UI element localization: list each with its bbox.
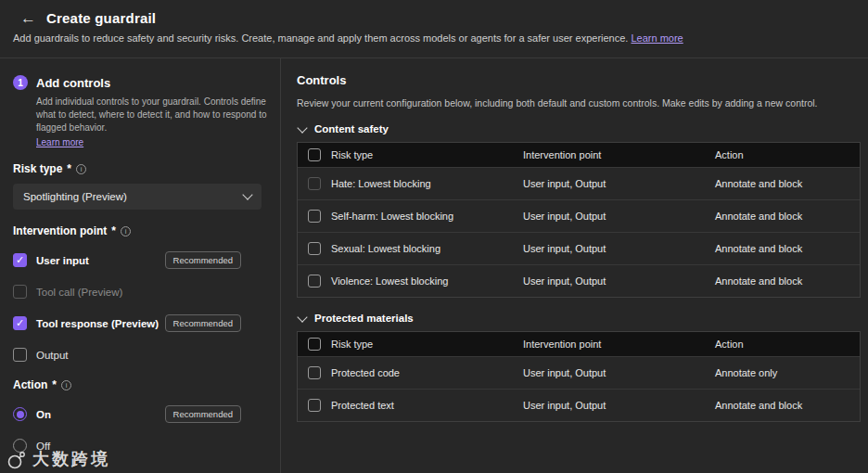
protected-materials-table: Risk type Intervention point Action Prot…	[297, 331, 861, 422]
learn-more-link[interactable]: Learn more	[631, 32, 683, 44]
cell-intervention-point: User input, Output	[523, 178, 715, 189]
action-label: Action * i	[13, 378, 262, 391]
cell-intervention-point: User input, Output	[523, 275, 715, 287]
cell-intervention-point: User input, Output	[523, 243, 715, 254]
cell-risk-type: Protected text	[331, 400, 523, 411]
column-header-risk-type: Risk type	[331, 149, 523, 160]
cell-action: Annotate and block	[715, 400, 860, 411]
section-header-protected-materials[interactable]: Protected materials	[299, 313, 861, 324]
row-checkbox[interactable]	[308, 275, 321, 288]
cell-risk-type: Sexual: Lowest blocking	[331, 243, 523, 254]
chevron-down-icon	[297, 122, 307, 133]
controls-title: Controls	[297, 73, 861, 87]
cell-action: Annotate and block	[715, 211, 860, 222]
action-option-on[interactable]: On Recommended	[13, 405, 241, 423]
table-header-row: Risk type Intervention point Action	[298, 332, 860, 356]
table-row[interactable]: Violence: Lowest blocking User input, Ou…	[298, 264, 860, 297]
action-option-off[interactable]: Off	[13, 437, 241, 454]
option-label: Off	[36, 441, 50, 452]
column-header-action: Action	[715, 339, 860, 350]
chevron-down-icon	[297, 312, 307, 322]
checkbox-tool-response[interactable]	[13, 316, 27, 330]
intervention-option-tool-call[interactable]: Tool call (Preview)	[13, 283, 241, 300]
row-checkbox[interactable]	[308, 366, 321, 379]
info-icon: i	[76, 164, 86, 174]
table-row[interactable]: Self-harm: Lowest blocking User input, O…	[298, 199, 860, 232]
risk-type-label: Risk type * i	[13, 162, 262, 175]
cell-action: Annotate and block	[715, 243, 860, 254]
select-all-checkbox[interactable]	[308, 338, 321, 351]
recommended-badge: Recommended	[165, 314, 241, 332]
intervention-point-label: Intervention point * i	[13, 224, 262, 237]
option-label: Tool response (Preview)	[36, 318, 159, 329]
option-label: Tool call (Preview)	[36, 287, 122, 298]
step-description: Add individual controls to your guardrai…	[36, 96, 274, 134]
checkbox-user-input[interactable]	[13, 253, 27, 267]
column-header-risk-type: Risk type	[331, 339, 523, 350]
checkbox-output[interactable]	[13, 348, 27, 362]
row-checkbox[interactable]	[308, 210, 321, 223]
info-icon: i	[61, 380, 71, 390]
cell-action: Annotate and block	[715, 275, 860, 287]
checkbox-tool-call[interactable]	[13, 285, 27, 299]
cell-risk-type: Violence: Lowest blocking	[331, 275, 523, 287]
controls-description: Review your current configuration below,…	[297, 97, 861, 109]
step-learn-more-link[interactable]: Learn more	[36, 137, 83, 147]
step-number-badge: 1	[13, 75, 28, 90]
section-title: Content safety	[314, 123, 389, 134]
required-asterisk: *	[52, 378, 57, 391]
table-row[interactable]: Hate: Lowest blocking User input, Output…	[298, 167, 860, 199]
page-subtitle: Add guardrails to reduce safety and secu…	[13, 32, 855, 44]
recommended-badge: Recommended	[165, 405, 241, 423]
cell-action: Annotate only	[715, 367, 860, 378]
option-label: On	[36, 409, 51, 420]
table-row[interactable]: Protected text User input, Output Annota…	[298, 389, 860, 421]
chevron-down-icon	[242, 189, 252, 199]
recommended-badge: Recommended	[165, 251, 241, 269]
content-safety-table: Risk type Intervention point Action Hate…	[297, 142, 861, 298]
column-header-action: Action	[715, 149, 860, 160]
cell-risk-type: Hate: Lowest blocking	[331, 178, 523, 189]
risk-type-dropdown-value: Spotlighting (Preview)	[23, 191, 127, 202]
page-title: Create guardrail	[46, 10, 156, 26]
cell-intervention-point: User input, Output	[523, 211, 715, 222]
cell-risk-type: Self-harm: Lowest blocking	[331, 211, 523, 222]
step-title: Add controls	[36, 76, 110, 90]
add-controls-panel: 1 Add controls Add individual controls t…	[0, 58, 281, 473]
section-title: Protected materials	[314, 313, 414, 324]
select-all-checkbox[interactable]	[308, 148, 321, 161]
column-header-intervention-point: Intervention point	[523, 149, 715, 160]
table-row[interactable]: Protected code User input, Output Annota…	[298, 356, 860, 389]
table-header-row: Risk type Intervention point Action	[298, 143, 860, 167]
intervention-option-user-input[interactable]: User input Recommended	[13, 251, 241, 269]
back-arrow-icon[interactable]: ←	[20, 10, 36, 26]
controls-panel: Controls Review your current configurati…	[281, 58, 868, 473]
radio-on[interactable]	[13, 407, 27, 421]
required-asterisk: *	[111, 224, 116, 237]
intervention-option-tool-response[interactable]: Tool response (Preview) Recommended	[13, 314, 241, 332]
option-label: User input	[36, 255, 89, 266]
row-checkbox[interactable]	[308, 242, 321, 255]
create-guardrail-page: ← Create guardrail Add guardrails to red…	[0, 0, 868, 473]
option-label: Output	[36, 350, 69, 361]
intervention-option-output[interactable]: Output	[13, 346, 241, 364]
radio-off[interactable]	[13, 439, 27, 453]
cell-risk-type: Protected code	[331, 367, 523, 378]
subtitle-text: Add guardrails to reduce safety and secu…	[13, 32, 628, 44]
step-indicator: 1 Add controls	[13, 75, 262, 90]
section-header-content-safety[interactable]: Content safety	[299, 123, 861, 134]
table-row[interactable]: Sexual: Lowest blocking User input, Outp…	[298, 232, 860, 264]
info-icon: i	[121, 226, 131, 236]
cell-intervention-point: User input, Output	[523, 367, 715, 378]
cell-intervention-point: User input, Output	[523, 400, 715, 411]
cell-action: Annotate and block	[715, 178, 860, 189]
column-header-intervention-point: Intervention point	[523, 339, 715, 350]
page-header: ← Create guardrail Add guardrails to red…	[0, 0, 868, 58]
risk-type-dropdown[interactable]: Spotlighting (Preview)	[13, 184, 262, 210]
required-asterisk: *	[67, 162, 71, 175]
row-checkbox[interactable]	[308, 399, 321, 412]
row-checkbox[interactable]	[308, 177, 321, 190]
